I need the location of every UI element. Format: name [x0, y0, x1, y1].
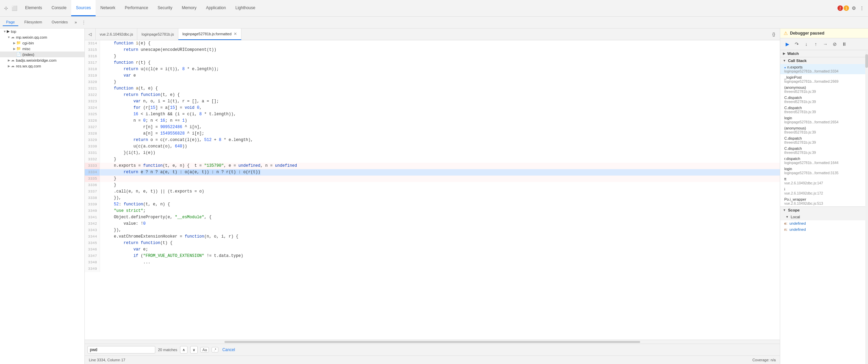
- call-stack-item-9[interactable]: r.dispatch loginpage52781b...formatted:1…: [780, 156, 868, 166]
- code-line-3321: 3321 function a(t, e) {: [85, 85, 780, 92]
- folder-icon-cgibin: 📁: [16, 41, 21, 45]
- scope-header[interactable]: ▼ Scope: [780, 207, 868, 214]
- cloud-icon-weixin: ☁: [11, 35, 15, 39]
- tab-elements[interactable]: Elements: [20, 0, 47, 16]
- call-stack-item-11[interactable]: tt vue.2.6.10492dbc.js:147: [780, 176, 868, 186]
- call-stack-func-4: C.dispatch: [784, 106, 864, 110]
- regex-btn[interactable]: .*: [212, 347, 218, 352]
- code-line-3314: 3314 function i(e) {: [85, 40, 780, 47]
- active-dot-0: ●: [784, 66, 786, 69]
- code-area[interactable]: 3314 function i(e) { 3315 return unescap…: [85, 40, 780, 340]
- tree-item-res[interactable]: ▶ ☁ res.wx.qq.com: [0, 63, 84, 69]
- step-into-btn[interactable]: ↓: [802, 40, 811, 48]
- scope-var-e: e: undefined: [780, 220, 868, 226]
- device-icon[interactable]: ⬜: [11, 5, 18, 12]
- kebab-menu-icon[interactable]: ⋮: [82, 20, 86, 25]
- call-stack-item-8[interactable]: C.dispatch threerd52781b.js:39: [780, 145, 868, 156]
- file-tab-login[interactable]: loginpage52781b.js: [137, 28, 178, 40]
- step-btn[interactable]: →: [821, 40, 830, 48]
- tree-item-cgibin[interactable]: ▶ 📁 cgi-bin: [0, 40, 84, 46]
- tree-arrow: ▼: [3, 30, 7, 33]
- call-stack-item-13[interactable]: Po.i_wrapper vue.2.6.10492dbc.js:513: [780, 196, 868, 206]
- call-stack-header[interactable]: ▼ Call Stack: [780, 57, 868, 64]
- search-next-btn[interactable]: ∨: [190, 346, 198, 353]
- call-stack-file-3: threerd52781b.js:39: [784, 100, 864, 104]
- subtab-page[interactable]: Page: [3, 19, 18, 26]
- file-tab-vue[interactable]: vue.2.6.10492dbc.js: [96, 28, 137, 40]
- h-scroll-thumb[interactable]: [224, 341, 640, 343]
- search-cancel-btn[interactable]: Cancel: [222, 347, 235, 352]
- tab-sources[interactable]: Sources: [71, 0, 96, 16]
- code-line-3330: 3330 u(c(a.concat(o), 640)): [85, 143, 780, 150]
- tab-network[interactable]: Network: [96, 0, 120, 16]
- file-tab-formatted-label: loginpage52781b.js:formatted: [182, 32, 232, 36]
- subtab-filesystem[interactable]: Filesystem: [21, 19, 46, 26]
- settings-icon[interactable]: ⚙: [850, 5, 857, 12]
- tab-security[interactable]: Security: [153, 0, 177, 16]
- call-stack-func-7: C.dispatch: [784, 136, 864, 140]
- call-stack-func-10: login: [784, 167, 864, 171]
- step-over-btn[interactable]: ↷: [792, 40, 801, 48]
- cursor-icon[interactable]: ⊹: [3, 5, 9, 12]
- call-stack-func-12: i: [784, 187, 864, 191]
- deactivate-btn[interactable]: ⊘: [830, 40, 839, 48]
- file-nav-back[interactable]: ◁: [85, 28, 96, 40]
- resume-btn[interactable]: ▶: [783, 40, 792, 48]
- file-tab-formatted[interactable]: loginpage52781b.js:formatted ✕: [178, 28, 241, 40]
- pause-btn[interactable]: ⏸: [840, 40, 849, 48]
- scope-local-arrow: ▼: [786, 215, 789, 219]
- call-stack-file-9: loginpage52781b...formatted:1644: [784, 161, 864, 165]
- watch-header[interactable]: ▶ Watch: [780, 50, 868, 57]
- call-stack-item-6[interactable]: (anonymous) threerd52781b.js:39: [780, 125, 868, 135]
- tree-item-weixin[interactable]: ▼ ☁ mp.weixin.qq.com: [0, 34, 84, 40]
- search-bar: 20 matches ∧ ∨ Aa .* Cancel: [85, 344, 780, 356]
- right-scroll-thumb[interactable]: [865, 54, 868, 68]
- call-stack-item-7[interactable]: C.dispatch threerd52781b.js:39: [780, 135, 868, 145]
- tree-item-misc[interactable]: ▶ 📁 misc: [0, 46, 84, 52]
- tree-item-index[interactable]: ▶ 📄 (index): [0, 52, 84, 57]
- code-line-3344: 3344 e.vatChromeExtensionHooker = functi…: [85, 234, 780, 240]
- call-stack-item-2[interactable]: (anonymous) threerd52781b.js:39: [780, 84, 868, 95]
- call-stack-file-0: loginpage52781b...formatted:3334: [784, 69, 864, 73]
- search-input[interactable]: [87, 346, 155, 353]
- horizontal-scrollbar[interactable]: [85, 340, 780, 344]
- more-icon[interactable]: ⋮: [859, 5, 865, 12]
- tree-arrow-badjs: ▶: [7, 59, 11, 62]
- tab-lighthouse[interactable]: Lighthouse: [231, 0, 260, 16]
- tab-application[interactable]: Application: [201, 0, 231, 16]
- tab-memory[interactable]: Memory: [177, 0, 201, 16]
- call-stack-item-1[interactable]: _loginPost loginpage52781b...formatted:2…: [780, 74, 868, 84]
- code-line-3332: 3332 }: [85, 156, 780, 163]
- debug-toolbar: ▶ ↷ ↓ ↑ → ⊘ ⏸: [780, 38, 868, 50]
- paused-icon: ⚠: [784, 31, 788, 36]
- call-stack-item-4[interactable]: C.dispatch threerd52781b.js:39: [780, 105, 868, 115]
- match-case-btn[interactable]: Aa: [200, 347, 209, 352]
- step-out-btn[interactable]: ↑: [811, 40, 820, 48]
- tree-item-top[interactable]: ▼ ▶ top: [0, 28, 84, 34]
- right-panel-scrollbar[interactable]: [865, 51, 868, 364]
- format-icon[interactable]: {}: [770, 31, 777, 38]
- call-stack-item-5[interactable]: login loginpage52781b...formatted:2654: [780, 115, 868, 125]
- code-line-3334: 3334 return e ? n ? a(e, t) : o(a(e, t))…: [85, 169, 780, 176]
- code-line-3331: 3331 }(i(t), i(e)): [85, 150, 780, 156]
- call-stack-item-10[interactable]: login loginpage52781b...formatted:3135: [780, 166, 868, 176]
- file-tabs-right: {}: [768, 28, 780, 40]
- tab-performance[interactable]: Performance: [120, 0, 153, 16]
- scope-section: ▼ Scope ▼ Local e: undefined: [780, 207, 868, 364]
- scope-local-header[interactable]: ▼ Local: [780, 214, 868, 220]
- subtab-overrides[interactable]: Overrides: [48, 19, 71, 26]
- tree-item-badjs[interactable]: ▶ ☁ badjs.weixinbridge.com: [0, 57, 84, 63]
- code-line-3340: 3340 "use strict";: [85, 208, 780, 214]
- more-tabs-icon[interactable]: »: [74, 19, 78, 25]
- call-stack-item-12[interactable]: i vue.2.6.10492dbc.js:172: [780, 186, 868, 196]
- call-stack-file-10: loginpage52781b...formatted:3135: [784, 171, 864, 175]
- search-prev-btn[interactable]: ∧: [180, 346, 188, 353]
- file-tabs-bar: ◁ vue.2.6.10492dbc.js loginpage52781b.js…: [85, 28, 780, 40]
- call-stack-item-0[interactable]: ●n.exports loginpage52781b...formatted:3…: [780, 64, 868, 74]
- call-stack-item-3[interactable]: C.dispatch threerd52781b.js:39: [780, 95, 868, 105]
- file-tab-close-icon[interactable]: ✕: [234, 32, 237, 36]
- tab-console[interactable]: Console: [47, 0, 71, 16]
- tree-label-misc: misc: [22, 47, 31, 51]
- call-stack-file-11: vue.2.6.10492dbc.js:147: [784, 181, 864, 185]
- code-line-3338: 3338 }),: [85, 195, 780, 201]
